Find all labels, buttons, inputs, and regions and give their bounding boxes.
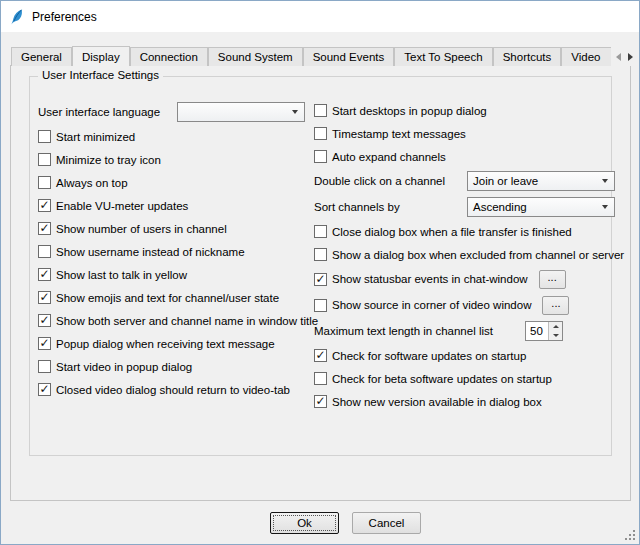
emojis-text-checkbox[interactable] — [38, 291, 51, 304]
checkbox-row-user-count[interactable]: Show number of users in channel — [38, 217, 310, 240]
checkbox-row-closed-video-return[interactable]: Closed video dialog should return to vid… — [38, 378, 310, 401]
checkbox-row-start-desktops-popup[interactable]: Start desktops in popup dialog — [314, 99, 608, 122]
minimize-to-tray-checkbox[interactable] — [38, 153, 51, 166]
tab-sound-system[interactable]: Sound System — [208, 47, 303, 66]
close-filetransfer-dialog-checkbox[interactable] — [314, 225, 327, 238]
checkbox-row-always-on-top[interactable]: Always on top — [38, 171, 310, 194]
checkbox-row-last-talk-yellow[interactable]: Show last to talk in yellow — [38, 263, 310, 286]
group-title: User Interface Settings — [38, 69, 163, 81]
checkbox-row-video-source-corner[interactable]: Show source in corner of video window ..… — [314, 292, 608, 318]
auto-expand-channels-checkbox[interactable] — [314, 150, 327, 163]
display-tab-panel: User Interface Settings User interface l… — [10, 65, 631, 501]
video-source-corner-checkbox[interactable] — [314, 299, 327, 312]
show-username-checkbox[interactable] — [38, 245, 51, 258]
double-click-row: Double click on a channel Join or leave — [314, 168, 608, 194]
vu-meter-checkbox[interactable] — [38, 199, 51, 212]
spin-buttons — [548, 322, 562, 340]
right-column: Start desktops in popup dialog Timestamp… — [314, 99, 608, 413]
checkbox-row-check-beta-updates[interactable]: Check for beta software updates on start… — [314, 367, 608, 390]
start-minimized-label: Start minimized — [56, 131, 135, 143]
double-click-combo-value: Join or leave — [468, 175, 602, 187]
spin-up-icon[interactable] — [549, 322, 562, 331]
sort-channels-label: Sort channels by — [314, 201, 462, 213]
start-video-popup-checkbox[interactable] — [38, 360, 51, 373]
closed-video-return-checkbox[interactable] — [38, 383, 51, 396]
user-count-label: Show number of users in channel — [56, 223, 227, 235]
checkbox-row-timestamp-messages[interactable]: Timestamp text messages — [314, 122, 608, 145]
cancel-button[interactable]: Cancel — [352, 512, 421, 534]
max-text-length-value: 50 — [526, 322, 548, 340]
checkbox-row-vu-meter[interactable]: Enable VU-meter updates — [38, 194, 310, 217]
checkbox-row-new-version-dialog[interactable]: Show new version available in dialog box — [314, 390, 608, 413]
server-channel-title-checkbox[interactable] — [38, 314, 51, 327]
check-beta-updates-label: Check for beta software updates on start… — [332, 373, 552, 385]
checkbox-row-auto-expand-channels[interactable]: Auto expand channels — [314, 145, 608, 168]
checkbox-row-show-username[interactable]: Show username instead of nickname — [38, 240, 310, 263]
spin-down-icon[interactable] — [549, 331, 562, 340]
minimize-to-tray-label: Minimize to tray icon — [56, 154, 161, 166]
double-click-label: Double click on a channel — [314, 175, 462, 187]
last-talk-yellow-label: Show last to talk in yellow — [56, 269, 187, 281]
tab-connection[interactable]: Connection — [130, 47, 208, 66]
tab-display[interactable]: Display — [72, 46, 130, 66]
left-column: User interface language Start minimized … — [38, 99, 310, 401]
popup-text-message-checkbox[interactable] — [38, 337, 51, 350]
timestamp-messages-checkbox[interactable] — [314, 127, 327, 140]
checkbox-row-statusbar-events[interactable]: Show statusbar events in chat-window ... — [314, 266, 608, 292]
max-text-length-spinbox[interactable]: 50 — [525, 321, 563, 341]
tab-sound-events[interactable]: Sound Events — [303, 47, 395, 66]
tab-scroll-left-icon[interactable] — [613, 48, 624, 65]
tab-bar: General Display Connection Sound System … — [11, 45, 611, 66]
tab-text-to-speech[interactable]: Text To Speech — [394, 47, 492, 66]
video-source-browse-button[interactable]: ... — [542, 296, 569, 315]
tab-general[interactable]: General — [11, 47, 72, 66]
popup-text-message-label: Popup dialog when receiving text message — [56, 338, 275, 350]
checkbox-row-start-minimized[interactable]: Start minimized — [38, 125, 310, 148]
excluded-dialog-checkbox[interactable] — [314, 248, 327, 261]
language-combo[interactable] — [177, 102, 305, 122]
new-version-dialog-checkbox[interactable] — [314, 395, 327, 408]
language-row: User interface language — [38, 99, 310, 125]
statusbar-events-browse-button[interactable]: ... — [539, 270, 566, 289]
chevron-down-icon — [292, 110, 298, 114]
last-talk-yellow-checkbox[interactable] — [38, 268, 51, 281]
new-version-dialog-label: Show new version available in dialog box — [332, 396, 542, 408]
checkbox-row-close-filetransfer-dialog[interactable]: Close dialog box when a file transfer is… — [314, 220, 608, 243]
start-video-popup-label: Start video in popup dialog — [56, 361, 192, 373]
checkbox-row-emojis-text[interactable]: Show emojis and text for channel/user st… — [38, 286, 310, 309]
checkbox-row-start-video-popup[interactable]: Start video in popup dialog — [38, 355, 310, 378]
emojis-text-label: Show emojis and text for channel/user st… — [56, 292, 279, 304]
tab-scroll-right-icon[interactable] — [625, 48, 636, 65]
check-updates-checkbox[interactable] — [314, 349, 327, 362]
double-click-combo[interactable]: Join or leave — [467, 171, 615, 191]
checkbox-row-server-channel-title[interactable]: Show both server and channel name in win… — [38, 309, 310, 332]
titlebar[interactable]: Preferences — [1, 1, 639, 32]
chevron-down-icon — [602, 179, 608, 183]
tab-scroll-buttons — [611, 47, 638, 66]
tab-video[interactable]: Video — [561, 47, 611, 66]
max-text-length-row: Maximum text length in channel list 50 — [314, 318, 608, 344]
server-channel-title-label: Show both server and channel name in win… — [56, 315, 318, 327]
sort-channels-combo[interactable]: Ascending — [467, 197, 615, 217]
checkbox-row-popup-text-message[interactable]: Popup dialog when receiving text message — [38, 332, 310, 355]
start-desktops-popup-checkbox[interactable] — [314, 104, 327, 117]
checkbox-row-check-updates[interactable]: Check for software updates on startup — [314, 344, 608, 367]
excluded-dialog-label: Show a dialog box when excluded from cha… — [332, 249, 624, 261]
check-updates-label: Check for software updates on startup — [332, 350, 526, 362]
start-desktops-popup-label: Start desktops in popup dialog — [332, 105, 487, 117]
ok-button[interactable]: Ok — [270, 512, 339, 534]
tab-shortcuts[interactable]: Shortcuts — [493, 47, 562, 66]
statusbar-events-checkbox[interactable] — [314, 273, 327, 286]
sort-channels-combo-value: Ascending — [468, 201, 602, 213]
checkbox-row-minimize-to-tray[interactable]: Minimize to tray icon — [38, 148, 310, 171]
always-on-top-checkbox[interactable] — [38, 176, 51, 189]
checkbox-row-excluded-dialog[interactable]: Show a dialog box when excluded from cha… — [314, 243, 608, 266]
start-minimized-checkbox[interactable] — [38, 130, 51, 143]
show-username-label: Show username instead of nickname — [56, 246, 245, 258]
video-source-corner-label: Show source in corner of video window — [332, 299, 531, 311]
closed-video-return-label: Closed video dialog should return to vid… — [56, 384, 290, 396]
check-beta-updates-checkbox[interactable] — [314, 372, 327, 385]
max-text-length-label: Maximum text length in channel list — [314, 325, 520, 337]
resize-grip[interactable] — [624, 529, 636, 541]
user-count-checkbox[interactable] — [38, 222, 51, 235]
